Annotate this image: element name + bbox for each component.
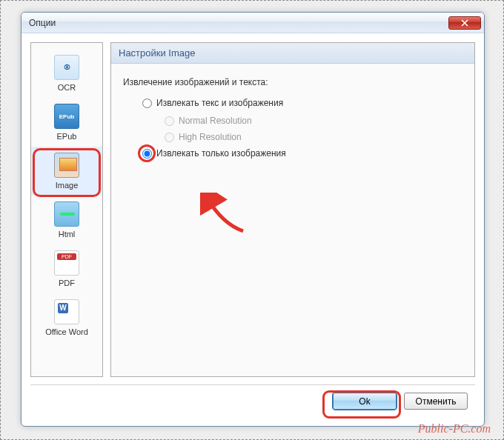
radio-label: Normal Resolution [179,116,252,126]
sidebar-label: OCR [58,83,76,92]
html-icon [54,201,79,227]
sidebar-item-word[interactable]: Office Word [31,293,102,342]
panel-header: Настройки Image [111,43,474,64]
radio-input[interactable] [142,149,152,159]
sidebar-item-html[interactable]: Html [31,196,102,244]
dialog-window: Опции ⦿ OCR EPub EPub Image [21,12,485,427]
ok-button[interactable]: Ok [333,393,397,410]
radio-label: Извлекать только изображения [156,148,286,159]
section-title: Извлечение изображений и текста: [123,77,462,87]
ocr-icon: ⦿ [54,55,79,80]
settings-panel: Настройки Image Извлечение изображений и… [110,42,475,377]
radio-option-high-res: High Resolution [142,132,462,142]
sidebar-label: Image [56,181,79,190]
watermark: Public-PC.com [418,422,491,436]
sidebar-item-pdf[interactable]: PDF [31,244,102,293]
radio-option-text-and-images[interactable]: Извлекать текс и изображения [142,98,462,108]
pdf-icon [54,250,79,276]
sidebar-label: EPub [57,132,77,141]
button-bar: Ok Отменить [30,384,475,417]
sidebar-label: Office Word [45,327,88,336]
titlebar: Опции [21,13,484,33]
radio-option-normal-res: Normal Resolution [142,116,462,126]
epub-icon: EPub [54,104,79,129]
window-title: Опции [29,18,448,28]
sidebar-label: PDF [59,279,75,287]
radio-option-images-only[interactable]: Извлекать только изображения [142,148,462,159]
radio-input[interactable] [142,99,152,108]
radio-label: Извлекать текс и изображения [156,98,283,108]
sidebar-item-ocr[interactable]: ⦿ OCR [31,49,102,98]
sidebar-item-epub[interactable]: EPub EPub [31,98,102,147]
sidebar-label: Html [59,230,76,239]
word-icon [54,299,79,324]
category-sidebar: ⦿ OCR EPub EPub Image Html [30,42,103,377]
cancel-button[interactable]: Отменить [404,393,468,410]
sidebar-item-image[interactable]: Image [31,147,102,196]
radio-input [165,133,174,142]
radio-input [165,116,174,126]
image-icon [54,153,79,178]
close-button[interactable] [448,16,481,30]
radio-label: High Resolution [179,132,242,142]
close-icon [461,19,468,27]
